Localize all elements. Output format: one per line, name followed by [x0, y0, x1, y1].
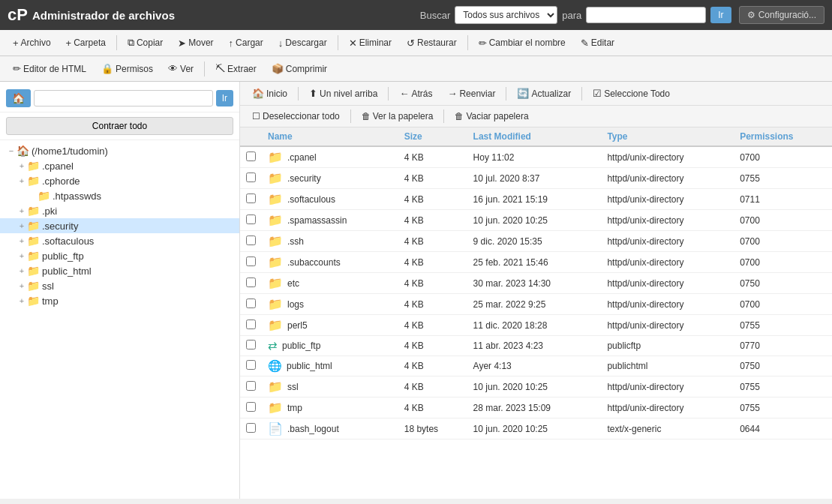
file-name-link[interactable]: ssl: [287, 382, 299, 392]
col-size[interactable]: Size: [398, 128, 467, 146]
collapse-all-button[interactable]: Contraer todo: [6, 117, 233, 135]
atras-button[interactable]: ← Atrás: [393, 86, 438, 101]
file-name-link[interactable]: public_ftp: [282, 340, 320, 351]
path-input[interactable]: [34, 90, 213, 106]
toolbar2: ✏ Editor de HTML 🔒 Permisos 👁 Ver ⛏ Extr…: [0, 56, 832, 82]
comprimir-button[interactable]: 📦 Comprimir: [265, 59, 334, 78]
file-name-link[interactable]: public_html: [287, 361, 332, 371]
search-area: Buscar Todos sus archivos para Ir: [420, 6, 731, 24]
sidebar-item-tmp[interactable]: + 📁 tmp: [0, 293, 239, 308]
row-checkbox[interactable]: [246, 298, 256, 308]
row-checkbox[interactable]: [246, 320, 256, 329]
separator: [506, 87, 506, 100]
sidebar-item-cpanel[interactable]: + 📁 .cpanel: [0, 158, 239, 173]
actualizar-button[interactable]: 🔄 Actualizar: [511, 86, 577, 101]
table-row: 📁 .security 4 KB 10 jul. 2020 8:37 httpd…: [240, 168, 832, 189]
table-row: 🌐 public_html 4 KB Ayer 4:13 publichtml …: [240, 356, 832, 376]
sidebar-item-public-html[interactable]: + 📁 public_html: [0, 263, 239, 278]
file-name-link[interactable]: tmp: [287, 403, 302, 413]
archivo-button[interactable]: + Archivo: [6, 34, 58, 52]
editar-button[interactable]: ✎ Editar: [574, 34, 621, 52]
separator: [116, 35, 117, 50]
path-go-button[interactable]: Ir: [216, 90, 233, 106]
sidebar-item-cphorde[interactable]: + 📁 .cphorde: [0, 173, 239, 188]
editor-html-button[interactable]: ✏ Editor de HTML: [6, 59, 93, 78]
sidebar-item-softaculous[interactable]: + 📁 .softaculous: [0, 233, 239, 248]
file-name-link[interactable]: .subaccounts: [287, 257, 341, 268]
row-checkbox[interactable]: [246, 214, 256, 224]
row-checkbox[interactable]: [246, 402, 256, 412]
row-perms-cell: 0755: [734, 168, 832, 189]
ver-papelera-button[interactable]: 🗑 Ver la papelera: [356, 109, 440, 124]
file-name-link[interactable]: .bash_logout: [287, 424, 339, 434]
separator: [298, 87, 299, 100]
row-checkbox[interactable]: [246, 360, 256, 370]
file-name-link[interactable]: .security: [287, 173, 321, 184]
plus-toggle-icon: +: [17, 221, 27, 230]
file-perms: 0755: [740, 382, 760, 392]
config-button[interactable]: ⚙ Configuració...: [739, 6, 824, 24]
ver-button[interactable]: 👁 Ver: [161, 59, 200, 78]
row-name-cell: 📁 .spamassassin: [262, 210, 398, 231]
row-checkbox[interactable]: [246, 236, 256, 245]
un-nivel-arriba-button[interactable]: ⬆ Un nivel arriba: [303, 86, 383, 101]
extraer-button[interactable]: ⛏ Extraer: [209, 59, 263, 78]
descargar-button[interactable]: ↓ Descargar: [272, 34, 334, 52]
separator: [204, 62, 205, 76]
file-size: 4 KB: [404, 236, 424, 247]
restaurar-button[interactable]: ↺ Restaurar: [400, 34, 464, 52]
file-name-link[interactable]: .ssh: [287, 236, 304, 247]
cambiar-nombre-button[interactable]: ✏ Cambiar el nombre: [472, 34, 572, 52]
tree-root[interactable]: − 🏠 (/home1/tudomin): [0, 143, 239, 158]
sidebar-item-public-ftp[interactable]: + 📁 public_ftp: [0, 248, 239, 263]
row-checkbox[interactable]: [246, 340, 256, 350]
mover-button[interactable]: ➤ Mover: [171, 34, 220, 52]
file-name-link[interactable]: .softaculous: [287, 194, 335, 205]
sidebar-item-security[interactable]: + 📁 .security: [0, 218, 239, 233]
file-name-link[interactable]: .cpanel: [287, 152, 317, 163]
search-scope-select[interactable]: Todos sus archivos: [455, 6, 557, 24]
inicio-button[interactable]: 🏠 Inicio: [246, 86, 293, 101]
home-button[interactable]: 🏠: [6, 89, 31, 107]
row-checkbox[interactable]: [246, 152, 256, 161]
file-modified: 30 mar. 2023 14:30: [473, 278, 551, 289]
col-type[interactable]: Type: [601, 128, 734, 146]
table-row: 📁 etc 4 KB 30 mar. 2023 14:30 httpd/unix…: [240, 273, 832, 294]
file-name-link[interactable]: .spamassassin: [287, 215, 347, 226]
row-checkbox[interactable]: [246, 194, 256, 203]
sidebar-path-bar: 🏠 Ir: [0, 85, 239, 112]
row-checkbox[interactable]: [246, 256, 256, 266]
seleccione-todo-button[interactable]: ☑ Seleccione Todo: [587, 86, 676, 101]
sidebar-item-pki[interactable]: + 📁 .pki: [0, 203, 239, 218]
row-checkbox[interactable]: [246, 172, 256, 182]
reenviar-button[interactable]: → Reenviar: [441, 86, 501, 101]
copiar-button[interactable]: ⧉ Copiar: [121, 33, 170, 52]
carpeta-button[interactable]: + Carpeta: [59, 34, 113, 52]
col-permissions[interactable]: Permissions: [734, 128, 832, 146]
row-name-cell: 📁 logs: [262, 294, 398, 315]
search-input[interactable]: [586, 7, 706, 23]
sidebar-item-ssl[interactable]: + 📁 ssl: [0, 278, 239, 293]
file-perms: 0700: [740, 236, 760, 247]
file-modified: 25 feb. 2021 15:46: [473, 257, 548, 268]
folder-icon: 📁: [27, 205, 40, 217]
file-tree: − 🏠 (/home1/tudomin) + 📁 .cpanel + 📁 .cp…: [0, 140, 239, 311]
row-checkbox[interactable]: [246, 423, 256, 433]
permisos-button[interactable]: 🔒 Permisos: [95, 59, 160, 78]
file-name-link[interactable]: perl5: [287, 320, 308, 331]
file-type: httpd/unix-directory: [607, 320, 683, 331]
col-modified[interactable]: Last Modified: [467, 128, 602, 146]
sidebar-item-htpasswds[interactable]: 📁 .htpasswds: [0, 188, 239, 203]
vaciar-papelera-button[interactable]: 🗑 Vaciar papelera: [449, 109, 534, 124]
row-checkbox[interactable]: [246, 278, 256, 287]
file-size: 4 KB: [404, 257, 424, 268]
file-name-link[interactable]: etc: [287, 278, 299, 289]
deseleccionar-todo-button[interactable]: ☐ Deseleccionar todo: [246, 109, 346, 124]
cargar-button[interactable]: ↑ Cargar: [222, 34, 270, 52]
eliminar-button[interactable]: ✕ Eliminar: [342, 34, 398, 52]
row-checkbox[interactable]: [246, 381, 256, 391]
file-name-link[interactable]: logs: [287, 299, 304, 310]
col-name[interactable]: Name: [262, 128, 398, 146]
compress-icon: 📦: [272, 63, 284, 74]
search-ir-button[interactable]: Ir: [710, 7, 731, 23]
